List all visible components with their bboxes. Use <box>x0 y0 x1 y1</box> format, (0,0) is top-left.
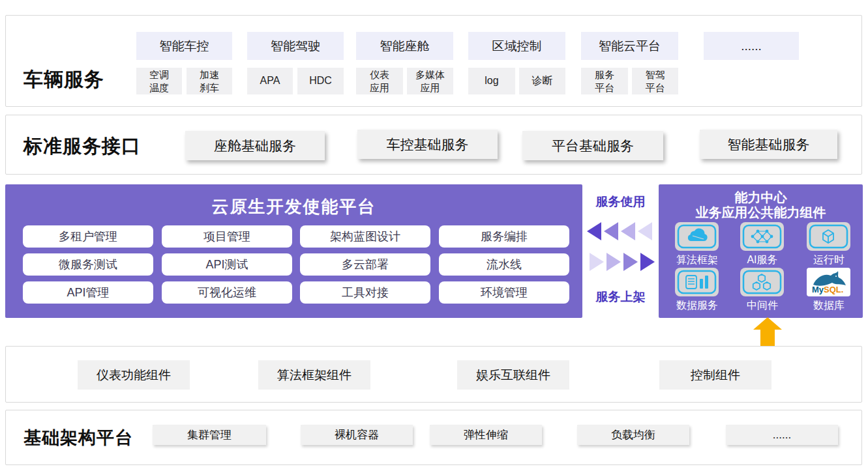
standard-interface-title: 标准服务接口 <box>23 134 141 160</box>
middleware-label: 中间件 <box>726 299 798 313</box>
box-intelligent-basic-service: 智能基础服务 <box>700 130 837 159</box>
runtime-label: 运行时 <box>793 253 865 267</box>
data-service-tile <box>675 268 719 296</box>
cloud-icon <box>675 222 719 251</box>
vehicle-services-title: 车辆服务 <box>23 66 104 93</box>
standard-interface-section: 标准服务接口 座舱基础服务 车控基础服务 平台基础服务 智能基础服务 <box>5 115 862 175</box>
chip-elastic-scaling: 弹性伸缩 <box>430 425 542 445</box>
chip-diagnosis: 诊断 <box>519 68 565 94</box>
btn-architecture-blueprint: 架构蓝图设计 <box>300 225 430 248</box>
chip-bare-metal-container: 裸机容器 <box>301 425 413 445</box>
chip-instrument-component: 仪表功能组件 <box>78 360 190 390</box>
mysql-logo: MySQL. <box>807 268 850 296</box>
chip-zone-control: 区域控制 <box>468 32 565 60</box>
svg-text:MySQL.: MySQL. <box>812 285 843 294</box>
capability-title-line2: 业务应用公共能力组件 <box>659 204 863 221</box>
chip-entertainment-component: 娱乐互联组件 <box>457 360 569 390</box>
chip-smart-drive-platform: 智驾 平台 <box>632 68 678 94</box>
chip-algorithm-component: 算法框架组件 <box>258 360 370 390</box>
btn-env-mgmt: 环境管理 <box>439 281 569 304</box>
chip-ac-temp: 空调 温度 <box>136 68 182 94</box>
chip-cluster-mgmt: 集群管理 <box>153 425 266 445</box>
runtime-tile <box>807 222 850 251</box>
btn-api-test: API测试 <box>162 253 292 276</box>
chip-smart-cockpit: 智能座舱 <box>356 32 453 60</box>
chip-smart-vehicle-control: 智能车控 <box>136 32 232 60</box>
hexagons-icon <box>740 268 784 296</box>
arrow-head <box>753 317 782 330</box>
data-service-label: 数据服务 <box>661 299 733 313</box>
arrow-shaft <box>760 329 775 346</box>
btn-multi-tenant-mgmt: 多租户管理 <box>23 225 153 248</box>
chip-infra-more: ...... <box>726 425 838 445</box>
database-tile: MySQL. <box>807 268 850 296</box>
box-platform-basic-service: 平台基础服务 <box>522 131 663 160</box>
middleware-tile <box>740 268 784 296</box>
capability-center-panel: 能力中心 业务应用公共能力组件 <box>659 184 863 318</box>
chip-load-balancing: 负载均衡 <box>577 425 689 445</box>
algorithm-framework-tile <box>675 222 719 251</box>
box-vehicle-control-basic-service: 车控基础服务 <box>357 130 498 159</box>
ai-service-label: AI服务 <box>726 253 798 267</box>
infrastructure-section: 基础架构平台 集群管理 裸机容器 弹性伸缩 负载均衡 ...... <box>5 410 862 465</box>
chip-multimedia-app: 多媒体 应用 <box>407 68 453 94</box>
box-cockpit-basic-service: 座舱基础服务 <box>185 131 325 160</box>
btn-visual-ops: 可视化运维 <box>162 281 292 304</box>
algorithm-framework-label: 算法框架 <box>661 253 733 267</box>
service-publish-arrows-icon <box>587 252 655 272</box>
architecture-diagram: 车辆服务 智能车控 空调 温度 加速 刹车 智能驾驶 APA HDC 智能座舱 … <box>0 0 868 471</box>
btn-multi-cloud-deploy: 多云部署 <box>300 253 430 276</box>
components-section: 仪表功能组件 算法框架组件 娱乐互联组件 控制组件 <box>5 346 862 403</box>
chip-instrument-app: 仪表 应用 <box>356 68 403 94</box>
cloud-native-platform-panel: 云原生开发使能平台 多租户管理 项目管理 架构蓝图设计 服务编排 微服务测试 A… <box>5 184 582 318</box>
mysql-my-text: My <box>812 285 824 294</box>
service-publish-label: 服务上架 <box>582 289 659 306</box>
cloud-native-platform-title: 云原生开发使能平台 <box>5 195 582 218</box>
btn-microservice-test: 微服务测试 <box>23 253 153 276</box>
upload-arrow-icon <box>753 317 782 346</box>
btn-project-mgmt: 项目管理 <box>162 225 292 248</box>
chip-smart-cloud-platform: 智能云平台 <box>581 32 678 60</box>
btn-service-orchestration: 服务编排 <box>439 225 569 248</box>
service-use-label: 服务使用 <box>582 193 659 210</box>
service-flow-zone: 服务使用 服务上架 <box>582 184 659 318</box>
vehicle-services-section: 车辆服务 智能车控 空调 温度 加速 刹车 智能驾驶 APA HDC 智能座舱 … <box>5 15 862 107</box>
chip-log: log <box>468 68 515 94</box>
btn-api-mgmt: API管理 <box>23 281 153 304</box>
btn-tool-integration: 工具对接 <box>300 281 430 304</box>
infrastructure-title: 基础架构平台 <box>23 426 133 450</box>
chip-hdc: HDC <box>297 68 344 94</box>
ai-network-icon <box>740 222 784 251</box>
chip-apa: APA <box>247 68 293 94</box>
mysql-sql-text: SQL. <box>824 285 843 294</box>
data-bars-icon <box>675 268 719 296</box>
database-label: 数据库 <box>793 299 865 313</box>
service-use-arrows-icon <box>587 221 655 241</box>
chip-more-services: ...... <box>704 32 799 60</box>
chip-control-component: 控制组件 <box>659 360 771 390</box>
chip-smart-driving: 智能驾驶 <box>247 32 344 60</box>
chip-service-platform: 服务 平台 <box>581 68 628 94</box>
cube-icon <box>807 222 850 251</box>
chip-accel-brake: 加速 刹车 <box>187 68 232 94</box>
btn-pipeline: 流水线 <box>439 253 569 276</box>
ai-service-tile <box>740 222 784 251</box>
